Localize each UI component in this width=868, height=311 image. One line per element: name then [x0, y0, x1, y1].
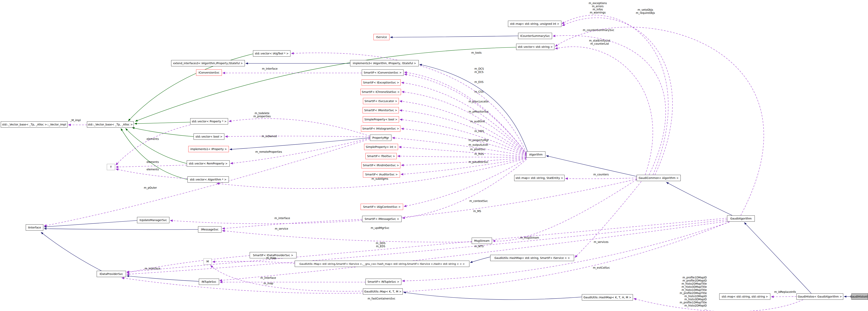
edge-use-GaudiHistos-HashMap_KTHM [634, 299, 803, 311]
class-node-SmartIF_IChronoStatSvc[interactable]: SmartIF< IChronoStatSvc > [361, 89, 401, 95]
edge-label-interface_nt: m_interface [260, 276, 276, 279]
edge-label-ptoolSvc: m_ptoolSvc [470, 148, 485, 151]
edge-label-elements2: elements [147, 160, 159, 164]
edge-label-service: m_service [275, 227, 288, 230]
class-node-SmartIF_IAlgContextSvc[interactable]: SmartIF< IAlgContextSvc > [361, 204, 403, 210]
class-node-map_str_str[interactable]: std::map< std::string, std::string > [719, 293, 770, 300]
class-node-SmartIF_IConversionSvc[interactable]: SmartIF< IConversionSvc > [362, 69, 403, 76]
class-node-GaudiAlgorithm[interactable]: GaudiAlgorithm [727, 216, 755, 222]
class-node-vector_base[interactable]: std::_Vector_base< _Tp, _Alloc > [87, 121, 134, 128]
edge-inh-IDataProviderSvc-IInterface [41, 232, 101, 271]
class-node-GaudiCommon[interactable]: GaudiCommon< Algorithm > [637, 175, 681, 181]
edge-tpl-vec_remproperty-vector_base [126, 129, 187, 164]
edge-label-tools: m_tools [471, 51, 482, 54]
edge-label-outputLevel: m_outputLevel [469, 143, 488, 146]
class-node-extend_if3[interactable]: extend_interfaces3< IAlgorithm,IProperty… [171, 60, 245, 66]
class-node-IConversionSvc[interactable]: IConversionSvc [196, 69, 222, 76]
class-node-MsgStream[interactable]: MsgStream [472, 238, 492, 244]
class-node-ICounterSummarySvc[interactable]: ICounterSummarySvc [518, 33, 552, 39]
class-node-vec_remproperty[interactable]: std::vector< RemProperty > [187, 160, 229, 167]
class-node-implements1[interactable]: implements1< IProperty > [188, 146, 229, 152]
edge-inh-INTupleSvc-IDataProviderSvc [127, 276, 199, 281]
class-node-IMessageSvc[interactable]: IMessageSvc [198, 226, 221, 232]
class-node-SimpleProperty_int[interactable]: SimpleProperty< int > [364, 144, 398, 150]
edge-use-GaudiCommon-map_unsigned-a [562, 15, 668, 175]
class-node-vec_bool[interactable]: std::vector< bool > [193, 134, 224, 140]
class-node-SmartIF_IExceptionSvc[interactable]: SmartIF< IExceptionSvc > [362, 79, 401, 86]
edge-label-elements3: elements [147, 168, 159, 171]
class-node-vec_algtool[interactable]: std::vector< IAlgTool * > [253, 50, 290, 57]
edge-label-updMgrSvc: m_updMgrSvc [371, 226, 389, 229]
edge-use-Algorithm-SmartIF_IAlgContextSvc [404, 159, 526, 206]
edge-label-counterSummarySvc: m_counterSummarySvc [583, 28, 614, 32]
class-node-SmartIF_IMonitorSvc[interactable]: SmartIF< IMonitorSvc > [363, 107, 399, 113]
edge-label-m_impl: _M_impl [70, 119, 81, 122]
class-node-SmartIF_IRndmGenSvc[interactable]: SmartIF< IRndmGenSvc > [362, 162, 400, 168]
class-node-longMap[interactable]: GaudiUtils::Map< std::string,SmartIF< IS… [295, 261, 469, 267]
class-node-map_StatEntity[interactable]: std::map< std::string, StatEntity > [514, 175, 564, 181]
edge-label-pOuter: m_pOuter [144, 186, 157, 189]
class-node-SmartIF_ISvcLocator[interactable]: SmartIF< ISvcLocator > [363, 98, 399, 104]
edge-use-Algorithm-SimpleProperty_int [399, 147, 526, 157]
class-node-GaudiHistos[interactable]: GaudiHistos< GaudiAlgorithm > [797, 293, 843, 300]
class-node-SimpleProperty_bool[interactable]: SimpleProperty< bool > [363, 116, 399, 122]
edge-label-statEntity_counterList: m_statEntityList m_counterList [589, 39, 610, 45]
class-node-vec_string[interactable]: std::vector< std::string > [516, 44, 554, 50]
class-node-PropertyMgr[interactable]: PropertyMgr [370, 135, 392, 141]
edge-label-contextSvc: m_contextSvc [469, 199, 488, 202]
class-node-SmartIF_IToolSvc[interactable]: SmartIF< IToolSvc > [366, 153, 397, 159]
class-node-vec_algorithm[interactable]: std::vector< Algorithm * > [188, 176, 229, 182]
edge-use-GaudiCommon-vec_string [555, 47, 653, 175]
class-node-map_unsigned[interactable]: std::map< std::string, unsigned int > [508, 21, 561, 27]
edge-use-Algorithm-SmartIF_ISvcLocator [400, 101, 526, 154]
class-node-IDataProviderSvc[interactable]: IDataProviderSvc [97, 271, 126, 277]
edge-label-elements1: elements [147, 137, 159, 140]
edge-label-RGS: m_RGS [474, 152, 484, 156]
edge-label-HDS: m_HDS [474, 130, 484, 133]
edge-use-Algorithm-SimpleProperty_bool [400, 119, 526, 155]
class-node-HashMap_str_svc[interactable]: GaudiUtils::HashMap< std::string, SmartI… [490, 255, 574, 261]
edge-use-PropertyMgr-vec_remproperty [230, 138, 370, 164]
class-node-INTupleSvc[interactable]: INTupleSvc [199, 279, 219, 285]
edge-inh-GaudiCommon-Algorithm [546, 156, 637, 176]
class-node-IService[interactable]: IService [373, 34, 390, 40]
edge-label-DCS: m_DCS [474, 67, 484, 70]
class-node-GaudiHistoAlg[interactable]: GaudiHistoAlg [851, 293, 868, 300]
edge-use-GaudiCommon-map_unsigned-b [562, 18, 673, 175]
edge-use-SmartIF_IMessageSvc-IMessageSvc [222, 219, 362, 229]
class-node-SmartIF_IMessageSvc[interactable]: SmartIF< IMessageSvc > [362, 216, 402, 222]
edge-use-Algorithm-SmartIF_IConversionSvc-b [404, 74, 527, 154]
class-node-vec_property[interactable]: std::vector< Property * > [190, 118, 228, 124]
edge-use-GaudiHistos-map_str_str [771, 296, 797, 297]
edge-use-Algorithm-SmartIF_IMessageSvc [402, 159, 527, 218]
edge-label-MS: m_MS [473, 209, 481, 213]
class-node-M[interactable]: M [204, 258, 212, 264]
class-node-SmartIF_INTupleSvc[interactable]: SmartIF< INTupleSvc > [366, 279, 401, 285]
edge-use-vec_remproperty-T [116, 165, 187, 167]
class-node-Map_KTM[interactable]: GaudiUtils::Map< K, T, M > [363, 288, 403, 294]
edge-inh-GaudiHistos-GaudiAlgorithm [744, 222, 811, 293]
edge-label-veto_require: m_vetoObjs m_requireObjs [636, 8, 655, 15]
class-node-IInterface[interactable]: IInterface [26, 224, 43, 231]
class-node-SmartIF_IHistogramSvc[interactable]: SmartIF< IHistogramSvc > [361, 125, 400, 132]
class-node-SmartIF_IAuditorSvc[interactable]: SmartIF< IAuditorSvc > [363, 171, 400, 177]
edge-use-PropertyMgr-vec_property [229, 119, 370, 136]
edge-use-Algorithm-SmartIF_IConversionSvc-a [404, 72, 526, 153]
edge-label-counters: m_counters [593, 173, 609, 176]
edge-use-GaudiAlgorithm-vec_string [555, 27, 764, 216]
class-node-Algorithm[interactable]: Algorithm [526, 151, 546, 158]
edge-label-todelete_properties: m_todelete m_properties [253, 112, 271, 118]
class-node-T[interactable]: T [107, 164, 115, 170]
class-node-HashMap_KTHM[interactable]: GaudiUtils::HashMap< K, T, H, M > [582, 294, 633, 301]
class-node-IUpdateManagerSvc[interactable]: IUpdateManagerSvc [137, 217, 169, 223]
edge-label-propertyMgr: m_propertyMgr [469, 139, 489, 142]
edge-label-exceptions_block: m_exceptions m_errors m_infos m_warnings [589, 2, 607, 14]
edge-label-histo_map_block: m_profile1DMapID m_profile2DMapID m_hist… [678, 276, 707, 310]
edge-label-map_M: m_map [266, 256, 276, 259]
edge-label-pMonitorSvc: m_pMonitorSvc [469, 110, 489, 113]
class-node-vector_impl[interactable]: std::_Vector_base< _Tp, _Alloc >::_Vecto… [1, 121, 67, 128]
edge-tpl-vec_bool-vector_base [132, 128, 193, 137]
edge-label-msgStream: m_msgStream [520, 236, 539, 239]
edge-label-interface_msg: m_interface [275, 217, 290, 220]
class-node-implements3[interactable]: implements3< IAlgorithm, IProperty, ISta… [350, 60, 419, 66]
